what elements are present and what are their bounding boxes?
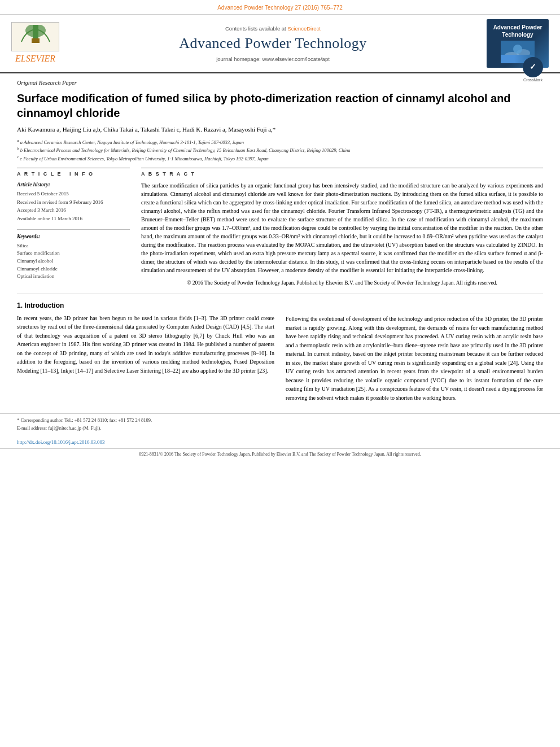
- right-column: A B S T R A C T The surface modification…: [141, 168, 543, 287]
- keyword-1: Silica: [17, 242, 130, 250]
- apt-logo-title: Advanced Powder Technology: [491, 24, 544, 38]
- affiliation-b-text: b Electrochemical Process and Technology…: [20, 147, 351, 153]
- affiliation-a-text: a Advanced Ceramics Research Center, Nag…: [20, 139, 244, 145]
- affiliations: a a Advanced Ceramics Research Center, N…: [17, 138, 543, 163]
- intro-title-text: Introduction: [24, 302, 64, 309]
- affiliation-b: b b Electrochemical Process and Technolo…: [17, 146, 543, 154]
- authors-text: Aki Kawamura a, Haijing Liu a,b, Chika T…: [17, 126, 275, 133]
- sciencedirect-link[interactable]: ScienceDirect: [287, 25, 321, 32]
- keyword-4: Cinnamoyl chloride: [17, 265, 130, 273]
- keyword-5: Optical irradiation: [17, 273, 130, 280]
- intro-left-text: In recent years, the 3D printer has been…: [17, 314, 274, 375]
- journal-ref-link[interactable]: Advanced Powder Technology 27 (2016) 765…: [217, 5, 343, 11]
- abstract-header: A B S T R A C T: [141, 168, 543, 178]
- keyword-3: Cinnamyl alcohol: [17, 257, 130, 265]
- footnote-star: * Corresponding author. Tel.: +81 572 24…: [17, 417, 543, 424]
- article-type: Original Research Paper: [17, 79, 543, 88]
- top-banner: Advanced Powder Technology 27 (2016) 765…: [0, 0, 560, 15]
- separator-1: [17, 294, 543, 294]
- abstract-copyright: © 2016 The Society of Powder Technology …: [141, 279, 543, 287]
- paper-body: Original Research Paper ✓ CrossMark Surf…: [0, 73, 560, 413]
- sciencedirect-line: Contents lists available at ScienceDirec…: [59, 25, 487, 32]
- elsevier-tree-icon: [16, 25, 55, 46]
- footer-area: * Corresponding author. Tel.: +81 572 24…: [0, 413, 560, 436]
- history-label: Article history:: [17, 181, 130, 189]
- received-revised-date: Received in revised form 9 February 2016: [17, 199, 130, 206]
- journal-center-info: Contents lists available at ScienceDirec…: [59, 25, 487, 63]
- elsevier-logo: ELSEVIER: [11, 22, 59, 65]
- journal-header: ELSEVIER Contents lists available at Sci…: [0, 15, 560, 73]
- crossmark-icon: ✓: [523, 57, 543, 77]
- intro-left-col: 1. Introduction In recent years, the 3D …: [17, 301, 274, 402]
- bottom-copyright: 0921-8831/© 2016 The Society of Powder T…: [0, 448, 560, 460]
- paper-title: Surface modification of fumed silica by …: [17, 91, 543, 120]
- intro-right-content: Following the evolutional of development…: [286, 316, 543, 401]
- received-date: Received 5 October 2015: [17, 190, 130, 198]
- keywords-label: Keywords:: [17, 233, 130, 241]
- affiliation-c-text: c Faculty of Urban Environmental Science…: [20, 156, 268, 161]
- journal-title: Advanced Powder Technology: [59, 33, 487, 54]
- affiliation-c: c c Faculty of Urban Environmental Scien…: [17, 154, 543, 163]
- svg-point-1: [25, 25, 46, 37]
- title-row: ✓ CrossMark Surface modification of fume…: [17, 91, 543, 120]
- sd-label: Contents lists available at: [225, 25, 286, 32]
- intro-right-text: Following the evolutional of development…: [286, 314, 543, 402]
- introduction-section: 1. Introduction In recent years, the 3D …: [17, 301, 543, 402]
- article-info-header: A R T I C L E I N F O: [17, 168, 130, 178]
- abstract-body: The surface modification of silica parti…: [141, 182, 543, 273]
- journal-homepage: journal homepage: www.elsevier.com/locat…: [59, 55, 487, 63]
- keywords-section: Keywords: Silica Surface modification Ci…: [17, 233, 130, 280]
- left-column: A R T I C L E I N F O Article history: R…: [17, 168, 130, 287]
- intro-left-content: In recent years, the 3D printer has been…: [17, 315, 274, 374]
- svg-point-6: [513, 45, 522, 54]
- keyword-2: Surface modification: [17, 250, 130, 257]
- authors-line: Aki Kawamura a, Haijing Liu a,b, Chika T…: [17, 125, 543, 134]
- abstract-text: The surface modification of silica parti…: [141, 181, 543, 287]
- intro-number: 1.: [17, 302, 23, 309]
- affiliation-a: a a Advanced Ceramics Research Center, N…: [17, 138, 543, 146]
- intro-right-col: Following the evolutional of development…: [286, 301, 543, 402]
- content-columns: A R T I C L E I N F O Article history: R…: [17, 168, 543, 287]
- footnote-email: E-mail address: fuji@nitech.ac.jp (M. Fu…: [17, 425, 543, 432]
- elsevier-brand-text: ELSEVIER: [15, 53, 55, 65]
- available-date: Available online 11 March 2016: [17, 215, 130, 222]
- accepted-date: Accepted 3 March 2016: [17, 207, 130, 214]
- intro-title: 1. Introduction: [17, 301, 274, 311]
- doi-link[interactable]: http://dx.doi.org/10.1016/j.apt.2016.03.…: [17, 439, 543, 446]
- svg-rect-2: [32, 38, 40, 43]
- crossmark-badge: ✓ CrossMark: [523, 57, 543, 83]
- article-history: Article history: Received 5 October 2015…: [17, 181, 130, 222]
